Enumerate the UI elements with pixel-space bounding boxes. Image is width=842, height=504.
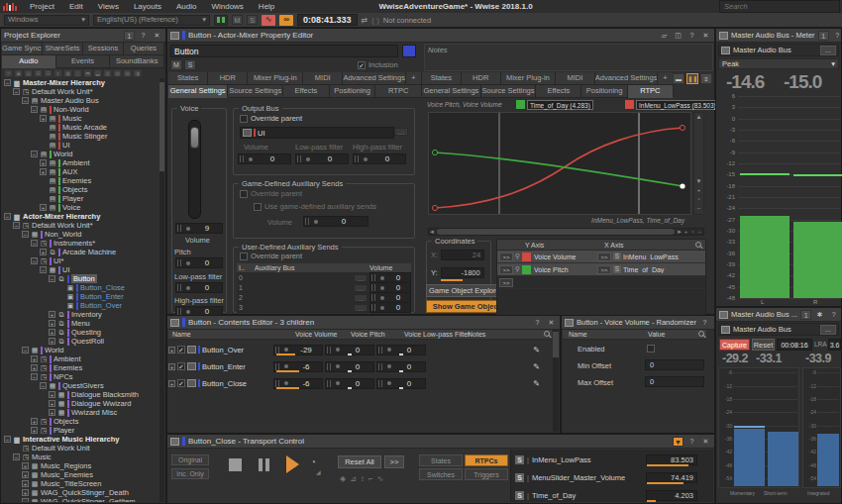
tab-add[interactable]: +	[658, 72, 674, 85]
tree-expander-icon[interactable]: +	[22, 489, 29, 496]
notes-field[interactable]: Notes	[424, 44, 713, 71]
pin-icon[interactable]: ⚲	[515, 252, 522, 260]
axis-row-voice-pitch[interactable]: >>⚲Voice Pitch>>STime_of_Day	[497, 263, 705, 276]
tree-item-voice[interactable]: +▤Voice	[2, 203, 159, 212]
meter-bus-selector[interactable]: Master Audio Bus ...	[718, 44, 839, 56]
tab-source-settings[interactable]: Source Settings	[228, 85, 283, 98]
tab-hdr[interactable]: HDR	[208, 72, 248, 85]
tree-item-questing[interactable]: +⧉Questing	[2, 328, 159, 337]
states-toggle[interactable]: States	[419, 454, 463, 466]
tree-item-wwizard-misc[interactable]: +▦Wwizard Misc	[2, 408, 159, 417]
tree-item-arcade-machine[interactable]: +⧉Arcade Machine	[2, 248, 159, 256]
tree-item-music-enemies[interactable]: +▩Music_Enemies	[2, 470, 159, 479]
loudness-titlebar[interactable]: Master Audio Bus ... 1 ✱ ? ✕	[716, 308, 841, 322]
tree-item-button-close[interactable]: ▣Button_Close	[2, 283, 159, 292]
tree-item-music[interactable]: −◳Music	[2, 453, 159, 461]
tree-expander-icon[interactable]: −	[22, 347, 29, 353]
rtpc-value-field[interactable]: 83.503	[646, 454, 697, 465]
tree-item-default-work-unit[interactable]: −◳Default Work Unit*	[2, 87, 159, 96]
project-explorer-titlebar[interactable]: Project Explorer 1 ? ✕	[1, 29, 165, 43]
assign-x-button[interactable]: >>	[597, 265, 611, 274]
reset-more-button[interactable]: >>	[384, 455, 404, 468]
tab-source-settings[interactable]: Source Settings	[481, 85, 536, 98]
triggers-toggle[interactable]: Triggers	[465, 468, 508, 480]
tab-states[interactable]: States	[422, 72, 462, 85]
tree-item-enemies[interactable]: ▤Enemies	[2, 176, 159, 185]
language-selector[interactable]: English(US) (Reference)▾	[93, 15, 210, 26]
mute-button[interactable]: M	[170, 59, 182, 70]
tree-expander-icon[interactable]: +	[22, 498, 29, 502]
tree-expander-icon[interactable]: +	[49, 338, 55, 345]
transport-titlebar[interactable]: Button_Close - Transport Control ▼ ? ✕	[167, 435, 714, 449]
meter-titlebar[interactable]: Master Audio Bus - Meter 1 ? ✕	[716, 29, 841, 43]
pane-number-icon[interactable]: 1	[800, 310, 811, 320]
tree-expander-icon[interactable]: −	[13, 88, 20, 95]
explorer-toolbar-icon[interactable]: ▥	[103, 69, 112, 77]
bus-hpf-field[interactable]: 0	[353, 153, 406, 164]
tab-game-syncs[interactable]: Game Syncs	[2, 43, 43, 55]
tree-item-menu[interactable]: +⧉Menu	[2, 319, 159, 328]
tree-item-questroll[interactable]: +⧉QuestRoll	[2, 337, 159, 346]
tree-item-inventory[interactable]: +⧉Inventory	[2, 310, 159, 319]
tab-sessions[interactable]: Sessions	[83, 43, 124, 55]
coordinate-y-field[interactable]: -1800	[441, 267, 484, 278]
explorer-toolbar-icon[interactable]: ▣	[14, 69, 23, 77]
tree-expander-icon[interactable]: −	[4, 79, 11, 86]
contents-row-button-over[interactable]: +✓Button_Over-2900✎	[168, 342, 552, 357]
inclusion-checkbox[interactable]: ✓Inclusion	[358, 60, 398, 69]
tab-events[interactable]: Events	[56, 55, 111, 68]
tree-expander-icon[interactable]: −	[40, 382, 47, 389]
tab-effects[interactable]: Effects	[536, 85, 581, 98]
explorer-toolbar-icon[interactable]: ▤	[24, 69, 33, 77]
gear-icon[interactable]: ✱	[814, 310, 825, 320]
explorer-toolbar-icon[interactable]: ▧	[113, 69, 122, 77]
tree-expander-icon[interactable]: +	[31, 418, 38, 425]
edit-notes-icon[interactable]: ✎	[533, 362, 540, 371]
tree-expander-icon[interactable]: +	[49, 409, 55, 416]
tree-item-default-work-unit[interactable]: ◳Default Work Unit	[2, 444, 159, 453]
tree-item-non-world[interactable]: −▤Non-World	[2, 105, 159, 114]
help-icon[interactable]: ?	[138, 31, 149, 41]
tree-item-button[interactable]: −⧉Button	[2, 274, 159, 283]
reset-all-button[interactable]: Reset All	[338, 455, 381, 468]
user-aux-override-checkbox[interactable]: Override parent	[240, 252, 302, 260]
tree-item-instruments[interactable]: −◳Instruments*	[2, 239, 159, 248]
pin-icon[interactable]: ⚲	[515, 265, 522, 273]
search-icon[interactable]	[698, 331, 704, 337]
tab-rtpc[interactable]: RTPC	[375, 85, 422, 98]
tab-states[interactable]: States	[168, 72, 208, 85]
tree-expander-icon[interactable]: +	[49, 320, 55, 327]
tree-item-dialogue-wwizard[interactable]: +▦Dialogue Wwizard	[2, 399, 159, 408]
original-button[interactable]: Original	[171, 454, 209, 465]
tree-item-interactive-music-hierarchy[interactable]: −▆Interactive Music Hierarchy	[2, 435, 159, 444]
tree-expander-icon[interactable]: −	[31, 240, 38, 247]
tree-expander-icon[interactable]: −	[4, 436, 11, 443]
explorer-toolbar-icon[interactable]: ▨	[123, 69, 132, 77]
tree-item-ui[interactable]: ▤UI	[2, 141, 159, 150]
tab-general-settings[interactable]: General Settings	[168, 85, 228, 98]
stop-button[interactable]	[229, 458, 242, 471]
object-name-input[interactable]	[170, 45, 398, 57]
layout-single-icon[interactable]: ▬	[673, 73, 684, 84]
tree-item-wag-quickstinger-getitem[interactable]: +▩WAG_QuickStinger_GetItem	[2, 497, 159, 502]
edit-notes-icon[interactable]: ✎	[533, 379, 540, 388]
include-checkbox[interactable]: ✓	[177, 346, 185, 353]
volume-fader[interactable]	[188, 120, 201, 219]
rtpc-value-field[interactable]: 4.203	[646, 490, 697, 501]
menu-views[interactable]: Views	[91, 2, 126, 11]
tab-advanced-settings[interactable]: Advanced Settings	[343, 72, 406, 85]
delayed-play-icon[interactable]: ◔	[310, 456, 316, 467]
axis-row-voice-volume[interactable]: >>⚲Voice Volume>>SInMenu_LowPass	[497, 251, 705, 263]
loop-toggle-icon[interactable]: ∞	[279, 15, 293, 26]
solo-button[interactable]: S	[247, 15, 258, 25]
explorer-toolbar-icon[interactable]: ◫	[73, 69, 82, 77]
tree-item-player[interactable]: +◳Player	[2, 426, 159, 435]
tree-item-npcs[interactable]: −◳NPCs	[2, 372, 159, 381]
tree-expander-icon[interactable]: −	[31, 257, 38, 264]
tree-expander-icon[interactable]: −	[31, 151, 38, 157]
assign-x-button[interactable]: >>	[597, 252, 611, 261]
bus-volume-field[interactable]: 0	[238, 153, 291, 164]
tab-general-settings[interactable]: General Settings	[422, 85, 481, 98]
help-icon[interactable]: ?	[828, 310, 839, 320]
voice-pitch-field[interactable]: 0	[175, 257, 223, 268]
